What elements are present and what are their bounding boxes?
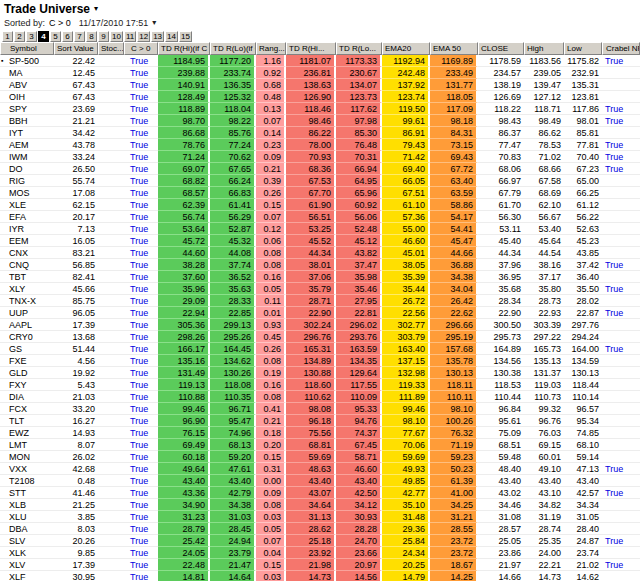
- table-row[interactable]: DBA8.03True28.7928.450.0528.6228.2829.36…: [0, 523, 640, 535]
- table-row[interactable]: UUP96.05True22.9422.850.0122.9022.8122.5…: [0, 307, 640, 319]
- cell-range: 0.26: [256, 343, 286, 355]
- table-row[interactable]: CNX83.21True44.6044.080.0844.3443.8245.0…: [0, 247, 640, 259]
- cell-stoch: [98, 211, 124, 223]
- cell-low: 118.44: [564, 379, 602, 391]
- column-header-crabel_nr7[interactable]: Crabel NR7: [602, 42, 640, 55]
- cell-range: 0.07: [256, 115, 286, 127]
- column-header-low[interactable]: Low: [564, 42, 602, 55]
- column-header-symbol[interactable]: Symbol: [0, 42, 54, 55]
- table-row[interactable]: TLT16.27True96.9095.470.2196.1894.7698.1…: [0, 415, 640, 427]
- cell-ema20: 111.89: [382, 391, 430, 403]
- column-header-ema20[interactable]: EMA20: [382, 42, 430, 55]
- cell-ema20: 1192.94: [382, 55, 430, 67]
- table-row[interactable]: RIG55.74True68.8266.240.3967.5364.9566.0…: [0, 175, 640, 187]
- page-button-14[interactable]: 14: [165, 31, 178, 42]
- cell-symbol: SLV: [0, 535, 54, 547]
- page-button-13[interactable]: 13: [151, 31, 164, 42]
- table-row[interactable]: CRY013.68True298.26295.260.45296.76293.7…: [0, 331, 640, 343]
- cell-ema20: 55.00: [382, 223, 430, 235]
- table-row[interactable]: OIH67.43True128.49125.320.48126.90123.73…: [0, 91, 640, 103]
- page-button-2[interactable]: 2: [14, 31, 25, 42]
- table-row[interactable]: EWZ14.93True76.1574.960.1875.5674.3777.6…: [0, 427, 640, 439]
- table-row[interactable]: GS51.44True166.17164.450.26165.31163.591…: [0, 343, 640, 355]
- cell-high: 76.03: [524, 427, 564, 439]
- cell-td_lo_if_c: 70.62: [210, 151, 256, 163]
- table-row[interactable]: XLF30.95True14.8114.640.0314.7314.5614.7…: [0, 571, 640, 581]
- page-button-1[interactable]: 1: [2, 31, 13, 42]
- table-row[interactable]: XLB21.25True34.9034.380.0834.6434.1235.1…: [0, 499, 640, 511]
- table-row[interactable]: EFA20.17True56.7456.290.0756.5156.0657.3…: [0, 211, 640, 223]
- table-row[interactable]: BBH21.21True98.7098.220.0798.4697.9899.6…: [0, 115, 640, 127]
- table-row[interactable]: XLE62.15True62.3961.410.1561.9060.9261.1…: [0, 199, 640, 211]
- column-header-close[interactable]: CLOSE: [478, 42, 524, 55]
- page-button-12[interactable]: 12: [137, 31, 150, 42]
- table-row[interactable]: AAPL17.39True305.36299.130.93302.24296.0…: [0, 319, 640, 331]
- page-button-15[interactable]: 15: [179, 31, 192, 42]
- column-header-td_hi_if_c[interactable]: TD R(Hi)(if C > 0: [158, 42, 210, 55]
- table-row[interactable]: TBT82.41True37.6036.520.1637.0635.9835.3…: [0, 271, 640, 283]
- table-row[interactable]: VXX42.68True49.6447.610.3148.6346.6049.9…: [0, 463, 640, 475]
- table-row[interactable]: FXE4.56True135.16134.620.08134.89134.351…: [0, 355, 640, 367]
- table-row[interactable]: EEM16.05True45.7245.320.0645.5245.1246.6…: [0, 235, 640, 247]
- table-row[interactable]: AEM43.78True78.7677.240.2378.0076.4879.4…: [0, 139, 640, 151]
- table-row[interactable]: IYT34.42True86.6885.760.1486.2285.3086.9…: [0, 127, 640, 139]
- table-row[interactable]: ▪SP-50022.42True1184.951177.201.161181.0…: [0, 55, 640, 67]
- table-row[interactable]: SLV20.26True25.4224.940.0725.1824.7025.8…: [0, 535, 640, 547]
- sort-dropdown-icon[interactable]: ▾: [152, 19, 156, 27]
- table-row[interactable]: LMT8.07True69.4968.130.2068.8167.4570.06…: [0, 439, 640, 451]
- page-button-3[interactable]: 3: [26, 31, 37, 42]
- table-row[interactable]: GLD19.92True131.49130.260.19130.88129.64…: [0, 367, 640, 379]
- page-button-4[interactable]: 4: [38, 31, 49, 42]
- column-header-td_lo[interactable]: TD R(Lo...: [336, 42, 382, 55]
- column-header-c_gt_0[interactable]: C > 0: [124, 42, 158, 55]
- table-row[interactable]: MOS17.08True68.5766.830.2667.7065.9667.5…: [0, 187, 640, 199]
- column-header-ema50[interactable]: EMA 50: [430, 42, 478, 55]
- cell-symbol: IYR: [0, 223, 54, 235]
- cell-stoch: [98, 307, 124, 319]
- cell-td_lo_if_c: 31.03: [210, 511, 256, 523]
- cell-high: 60.01: [524, 451, 564, 463]
- column-header-stoch[interactable]: Stoc...: [98, 42, 124, 55]
- cell-td_hi_if_c: 131.49: [158, 367, 210, 379]
- page-button-8[interactable]: 8: [86, 31, 97, 42]
- column-header-td_lo_if_c[interactable]: TD R(Lo)(if C > 0: [210, 42, 256, 55]
- cell-td_lo_if_c: 110.35: [210, 391, 256, 403]
- table-row[interactable]: DIA21.03True110.88110.350.08110.62110.09…: [0, 391, 640, 403]
- cell-stoch: [98, 439, 124, 451]
- table-row[interactable]: IYR7.13True53.6452.870.1253.2552.4855.00…: [0, 223, 640, 235]
- title-dropdown-icon[interactable]: ▾: [94, 5, 98, 13]
- cell-td_hi_if_c: 22.48: [158, 559, 210, 571]
- table-row[interactable]: XLV17.39True22.4821.470.1521.9820.9720.2…: [0, 559, 640, 571]
- page-button-11[interactable]: 11: [124, 31, 136, 42]
- cell-td_lo: 43.40: [336, 475, 382, 487]
- page-button-6[interactable]: 6: [62, 31, 73, 42]
- table-row[interactable]: FCX33.20True99.4696.710.4198.0895.3399.4…: [0, 403, 640, 415]
- table-row[interactable]: DO26.50True69.0767.650.2168.3666.9469.40…: [0, 163, 640, 175]
- table-row[interactable]: FXY5.43True119.13118.080.16118.60117.551…: [0, 379, 640, 391]
- cell-high: 1183.56: [524, 55, 564, 67]
- table-row[interactable]: IWM33.24True71.2470.620.0970.9370.3171.4…: [0, 151, 640, 163]
- table-row[interactable]: SPY23.69True118.89118.040.13118.46117.62…: [0, 103, 640, 115]
- table-row[interactable]: XLY45.66True35.9635.630.0535.7935.4635.4…: [0, 283, 640, 295]
- table-row[interactable]: XLU3.85True31.2331.030.0331.1330.9331.48…: [0, 511, 640, 523]
- table-row[interactable]: CNQ56.85True38.2837.740.0838.0137.4738.0…: [0, 259, 640, 271]
- column-header-td_hi[interactable]: TD R(Hi...: [286, 42, 336, 55]
- table-row[interactable]: T21080.48True43.4043.400.0043.4043.4049.…: [0, 475, 640, 487]
- table-row[interactable]: XLK9.85True24.0523.790.0423.9223.6624.34…: [0, 547, 640, 559]
- cell-high: 37.17: [524, 271, 564, 283]
- table-row[interactable]: ABV67.43True140.91136.350.68138.63134.07…: [0, 79, 640, 91]
- table-row[interactable]: MON26.02True60.1859.200.1559.6958.7159.6…: [0, 451, 640, 463]
- sorted-by-value[interactable]: C > 0: [49, 18, 71, 28]
- table-row[interactable]: MA12.45True239.88233.740.92236.81230.672…: [0, 67, 640, 79]
- page-button-5[interactable]: 5: [50, 31, 61, 42]
- page-button-10[interactable]: 10: [110, 31, 123, 42]
- column-header-high[interactable]: High: [524, 42, 564, 55]
- page-button-7[interactable]: 7: [74, 31, 85, 42]
- column-header-range[interactable]: Rang...: [256, 42, 286, 55]
- table-row[interactable]: STT41.46True43.3642.790.0943.0742.5042.7…: [0, 487, 640, 499]
- page-button-9[interactable]: 9: [98, 31, 109, 42]
- table-row[interactable]: TNX-X85.75True29.0928.330.1128.7127.9526…: [0, 295, 640, 307]
- cell-low: 1175.82: [564, 55, 602, 67]
- page-title[interactable]: Trade Universe: [4, 2, 90, 16]
- column-header-sort_value[interactable]: Sort Value: [54, 42, 98, 55]
